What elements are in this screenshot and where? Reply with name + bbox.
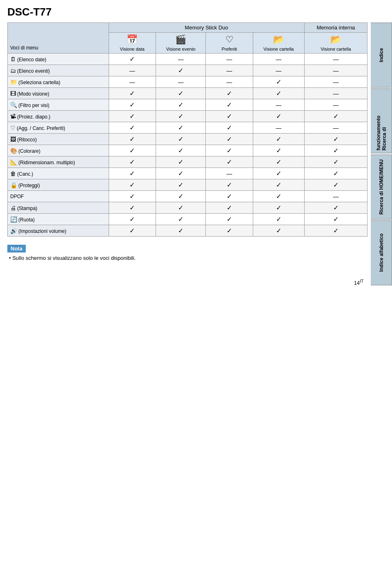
menu-item-label: ♡(Agg. / Canc. Preferiti): [8, 122, 109, 134]
cell-v4: ✓: [253, 225, 304, 237]
menu-item-label: 🖼(Ritocco): [8, 134, 109, 145]
menu-item-label: 📽(Proiez. diapo.): [8, 111, 109, 122]
cell-v4: ✓: [253, 111, 304, 122]
cell-v1: ✓: [109, 225, 156, 237]
cell-v5: ✓: [304, 134, 367, 145]
page-number: 14IT: [7, 279, 363, 286]
cell-v1: ✓: [109, 54, 156, 65]
cell-v5: ✓: [304, 145, 367, 156]
menu-item-label: 🔍(Filtro per visi): [8, 99, 109, 111]
row-icon: 🗓: [10, 56, 16, 63]
nota-label: Nota: [7, 245, 26, 252]
cell-v2: ✓: [156, 88, 206, 99]
cell-v2: ✓: [156, 156, 206, 168]
cell-v5: —: [304, 191, 367, 202]
row-icon: 🔄: [10, 216, 17, 223]
cell-v1: ✓: [109, 191, 156, 202]
cell-v3: ✓: [206, 214, 253, 225]
row-icon: 🔍: [10, 102, 17, 108]
menu-item-label: 🗂(Elenco eventi): [8, 65, 109, 76]
cell-v2: ✓: [156, 191, 206, 202]
cell-v4: ✓: [253, 179, 304, 191]
memory-stick-header: Memory Stick Duo: [109, 23, 304, 33]
table-row: 📁(Seleziona cartella)———✓—: [8, 76, 368, 88]
cell-v5: —: [304, 76, 367, 88]
cell-v4: —: [253, 65, 304, 76]
tab-ricerca-home-menu[interactable]: Ricerca di HOME/MENU: [371, 154, 392, 219]
col-visione-cartella-mi: 📂 Visione cartella: [304, 33, 367, 54]
row-icon: 🖨: [10, 205, 16, 211]
cell-v1: ✓: [109, 168, 156, 179]
cell-v4: —: [253, 54, 304, 65]
cell-v2: ✓: [156, 65, 206, 76]
cell-v3: —: [206, 65, 253, 76]
table-row: DPOF✓✓✓✓—: [8, 191, 368, 202]
cell-v2: ✓: [156, 111, 206, 122]
row-icon: 🗑: [10, 170, 16, 177]
cell-v1: ✓: [109, 134, 156, 145]
cell-v4: ✓: [253, 191, 304, 202]
cell-v5: ✓: [304, 225, 367, 237]
col-preferiti: ♡ Preferiti: [206, 33, 253, 54]
table-row: 🖼(Ritocco)✓✓✓✓✓: [8, 134, 368, 145]
cell-v3: ✓: [206, 202, 253, 214]
table-row: 🎞(Modo visione)✓✓✓✓—: [8, 88, 368, 99]
cell-v3: —: [206, 76, 253, 88]
menu-item-label: 📐(Ridimensionam. multiplo): [8, 156, 109, 168]
menu-item-label: 🖨(Stampa): [8, 202, 109, 214]
menu-item-label: DPOF: [8, 191, 109, 202]
feature-table: Voci di menu Memory Stick Duo Memoria in…: [7, 22, 368, 237]
tab-indice-alfabetico[interactable]: Indice alfabetico: [371, 220, 392, 285]
cell-v4: ✓: [253, 168, 304, 179]
table-container: Voci di menu Memory Stick Duo Memoria in…: [7, 22, 368, 237]
cell-v2: ✓: [156, 202, 206, 214]
menu-item-label: 🗓(Elenco date): [8, 54, 109, 65]
cell-v3: ✓: [206, 145, 253, 156]
cell-v3: ✓: [206, 122, 253, 134]
row-icon: 🔊: [10, 228, 17, 234]
main-content: Voci di menu Memory Stick Duo Memoria in…: [7, 22, 371, 286]
col-visione-evento: 🎬 Visione evento: [156, 33, 206, 54]
cell-v4: —: [253, 99, 304, 111]
row-icon: 🖼: [10, 136, 16, 143]
table-row: 📽(Proiez. diapo.)✓✓✓✓✓: [8, 111, 368, 122]
cell-v1: ✓: [109, 145, 156, 156]
nota-text: • Sullo schermo si visualizzano solo le …: [7, 255, 368, 261]
cell-v3: ✓: [206, 179, 253, 191]
menu-item-label: 🔒(Proteggi): [8, 179, 109, 191]
table-row: 🔒(Proteggi)✓✓✓✓✓: [8, 179, 368, 191]
cell-v1: ✓: [109, 99, 156, 111]
page-title: DSC-T77: [0, 0, 392, 22]
table-row: 📐(Ridimensionam. multiplo)✓✓✓✓✓: [8, 156, 368, 168]
table-row: 🔍(Filtro per visi)✓✓✓——: [8, 99, 368, 111]
cell-v2: —: [156, 76, 206, 88]
row-icon: 🎞: [10, 90, 16, 97]
table-body: 🗓(Elenco date)✓————🗂(Elenco eventi)—✓———…: [8, 54, 368, 237]
row-icon: ♡: [10, 125, 16, 131]
cell-v2: ✓: [156, 214, 206, 225]
table-row: ♡(Agg. / Canc. Preferiti)✓✓✓——: [8, 122, 368, 134]
tab-ricerca-funzionamento[interactable]: Ricerca di funzionamento: [371, 88, 392, 153]
cell-v5: —: [304, 65, 367, 76]
tab-indice[interactable]: Indice: [371, 22, 392, 87]
cell-v4: ✓: [253, 156, 304, 168]
cell-v1: —: [109, 76, 156, 88]
cell-v5: —: [304, 54, 367, 65]
cell-v2: ✓: [156, 145, 206, 156]
col-visione-cartella-ms: 📂 Visione cartella: [253, 33, 304, 54]
cell-v5: —: [304, 122, 367, 134]
cell-v3: ✓: [206, 134, 253, 145]
row-icon: 📁: [10, 79, 17, 85]
menu-item-label: 🎞(Modo visione): [8, 88, 109, 99]
cell-v3: ✓: [206, 111, 253, 122]
cell-v3: ✓: [206, 88, 253, 99]
table-row: 🗂(Elenco eventi)—✓———: [8, 65, 368, 76]
table-row: 🗑(Canc.)✓✓—✓✓: [8, 168, 368, 179]
menu-item-label: 🔊(Impostazioni volume): [8, 225, 109, 237]
menu-item-label: 📁(Seleziona cartella): [8, 76, 109, 88]
cell-v5: ✓: [304, 179, 367, 191]
cell-v2: ✓: [156, 134, 206, 145]
cell-v5: —: [304, 99, 367, 111]
cell-v5: ✓: [304, 168, 367, 179]
cell-v4: ✓: [253, 214, 304, 225]
